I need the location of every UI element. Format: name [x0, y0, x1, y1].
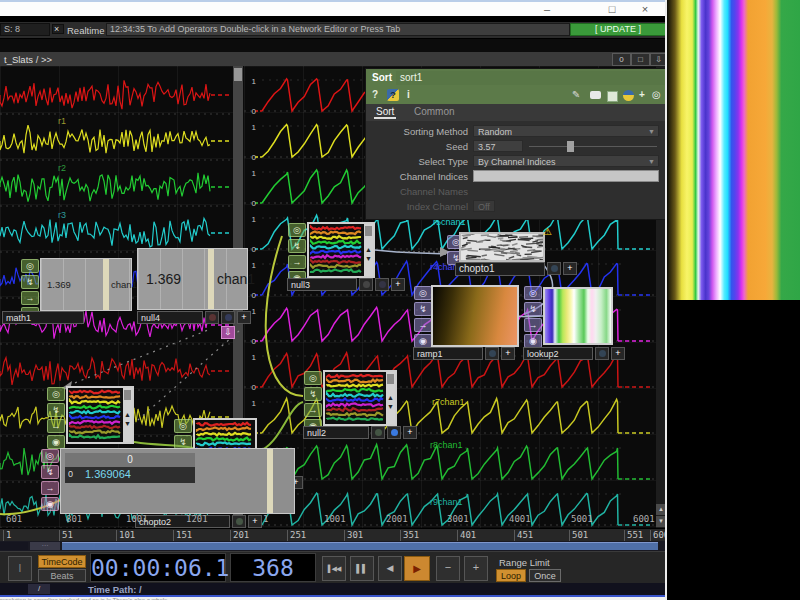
- export-flag-icon[interactable]: →: [304, 403, 322, 417]
- node-button[interactable]: [375, 278, 389, 291]
- node-viewer[interactable]: [459, 232, 545, 262]
- window-maximize-button[interactable]: □: [601, 3, 623, 17]
- frame-plus-button[interactable]: +: [464, 556, 488, 581]
- node-name[interactable]: ramp1: [413, 347, 483, 360]
- copy-parameters-icon[interactable]: [607, 91, 618, 102]
- node-flag-rail[interactable]: ◎↯→◉: [303, 370, 323, 426]
- node-viewer[interactable]: 1.369 chan1: [40, 258, 132, 311]
- node-name[interactable]: math1: [2, 311, 84, 324]
- node-button[interactable]: [371, 426, 385, 439]
- node-button[interactable]: [205, 311, 219, 324]
- fps-field[interactable]: S: 8: [0, 23, 50, 36]
- operator-name-field[interactable]: sort1: [396, 71, 666, 85]
- edit-pencil-icon[interactable]: ✎: [572, 89, 580, 100]
- param-dropdown[interactable]: By Channel Indices▼: [473, 155, 659, 167]
- bypass-flag-icon[interactable]: ↯: [414, 302, 432, 316]
- viewer-active-button[interactable]: ⇩: [221, 326, 235, 339]
- node-flag-rail[interactable]: ◎↯→◉: [20, 258, 40, 312]
- bypass-flag-icon[interactable]: ↯: [524, 302, 542, 316]
- timeline-ruler[interactable]: 151101151201251301351401451501551600: [0, 528, 667, 542]
- node-name[interactable]: null4: [137, 311, 203, 324]
- node-add-button[interactable]: +: [611, 347, 625, 360]
- lock-flag-icon[interactable]: ◉: [414, 334, 432, 348]
- node-name[interactable]: null2: [303, 426, 369, 439]
- node-button[interactable]: [232, 515, 246, 528]
- node-button[interactable]: [595, 347, 609, 360]
- display-flag-icon[interactable]: ◎: [304, 371, 322, 385]
- timecode-mode-button[interactable]: TimeCode: [38, 555, 86, 568]
- bypass-flag-icon[interactable]: ↯: [21, 275, 39, 289]
- update-button[interactable]: [ UPDATE ]: [570, 23, 666, 36]
- display-flag-icon[interactable]: ◎: [47, 387, 65, 401]
- display-flag-icon[interactable]: ◎: [524, 286, 542, 300]
- param-text-input[interactable]: [473, 170, 659, 182]
- play-forward-button[interactable]: ▶: [404, 556, 430, 581]
- parameter-dialog-sort1[interactable]: Sort sort1 ? ? i ✎ + ◎ SortCommon Sortin…: [365, 68, 667, 220]
- tab-common[interactable]: Common: [412, 106, 457, 117]
- tab-sort[interactable]: Sort: [374, 106, 396, 119]
- node-viewer[interactable]: ▲▼: [323, 370, 397, 426]
- window-minimize-button[interactable]: –: [536, 3, 558, 17]
- bypass-flag-icon[interactable]: ↯: [174, 435, 192, 449]
- node-viewer[interactable]: ▲▼: [307, 222, 375, 278]
- pause-button[interactable]: ▌▌: [350, 556, 374, 581]
- target-icon[interactable]: ◎: [652, 89, 661, 100]
- comment-icon[interactable]: [590, 91, 601, 99]
- display-flag-icon[interactable]: ◎: [174, 419, 192, 433]
- node-add-button[interactable]: +: [391, 278, 405, 291]
- node-flag-rail[interactable]: ◎↯→◉: [413, 285, 433, 347]
- node-name[interactable]: lookup2: [523, 347, 593, 360]
- node-flag-rail[interactable]: ◎↯→◉: [46, 386, 66, 444]
- display-flag-icon[interactable]: ◎: [288, 223, 306, 237]
- insert-button[interactable]: I: [8, 556, 32, 581]
- display-flag-icon[interactable]: ◎: [41, 449, 59, 463]
- lock-flag-icon[interactable]: ◉: [524, 334, 542, 348]
- info-icon[interactable]: i: [407, 89, 410, 100]
- bypass-flag-icon[interactable]: ↯: [304, 387, 322, 401]
- node-name[interactable]: null3: [287, 278, 357, 291]
- node-button[interactable]: [221, 311, 235, 324]
- node-add-button[interactable]: +: [237, 311, 251, 324]
- param-value-field[interactable]: 3.57: [473, 140, 523, 152]
- export-flag-icon[interactable]: →: [524, 318, 542, 332]
- loop-button[interactable]: Loop: [496, 569, 526, 582]
- export-flag-icon[interactable]: →: [47, 419, 65, 433]
- node-viewer[interactable]: [543, 287, 613, 345]
- node-viewer[interactable]: [431, 285, 519, 347]
- rewind-button[interactable]: ▌◀◀: [322, 556, 346, 581]
- node-flag-rail[interactable]: ◎↯→◉: [523, 285, 543, 347]
- node-viewer[interactable]: 1.369 chan1: [137, 248, 248, 310]
- bypass-flag-icon[interactable]: ↯: [288, 239, 306, 253]
- export-flag-icon[interactable]: →: [41, 481, 59, 495]
- export-flag-icon[interactable]: →: [414, 318, 432, 332]
- node-flag-rail[interactable]: ◎↯: [446, 234, 460, 262]
- node-button[interactable]: [359, 278, 373, 291]
- node-add-button[interactable]: +: [563, 262, 577, 275]
- node-button[interactable]: [485, 347, 499, 360]
- export-flag-icon[interactable]: →: [21, 291, 39, 305]
- realtime-checkbox[interactable]: ×: [52, 24, 64, 34]
- python-help-icon[interactable]: ?: [387, 89, 399, 101]
- add-parameter-icon[interactable]: +: [639, 89, 645, 100]
- range-bar[interactable]: [62, 542, 658, 550]
- help-icon[interactable]: ?: [372, 89, 378, 100]
- frame-minus-button[interactable]: −: [436, 556, 460, 581]
- network-toolbar-button[interactable]: □: [631, 53, 650, 66]
- python-language-icon[interactable]: [623, 90, 634, 101]
- dialog-header[interactable]: Sort sort1: [366, 69, 667, 87]
- bypass-flag-icon[interactable]: ↯: [41, 465, 59, 479]
- display-flag-icon[interactable]: ◎: [414, 286, 432, 300]
- display-flag-icon[interactable]: ◎: [21, 259, 39, 273]
- export-flag-icon[interactable]: →: [288, 255, 306, 269]
- node-flag-rail[interactable]: ◎↯→◉: [287, 222, 307, 278]
- node-viewer[interactable]: ▲▼: [66, 386, 134, 444]
- lock-flag-icon[interactable]: ◉: [47, 435, 65, 449]
- range-left-handle[interactable]: ⋯: [30, 542, 60, 550]
- param-dropdown[interactable]: Random▼: [473, 125, 659, 137]
- param-slider-handle[interactable]: [567, 141, 574, 152]
- node-add-button[interactable]: +: [501, 347, 515, 360]
- bypass-flag-icon[interactable]: ↯: [47, 403, 65, 417]
- node-add-button[interactable]: +: [403, 426, 417, 439]
- node-flag-rail[interactable]: ◎↯→◉: [40, 448, 60, 514]
- play-reverse-button[interactable]: ◀: [378, 556, 402, 581]
